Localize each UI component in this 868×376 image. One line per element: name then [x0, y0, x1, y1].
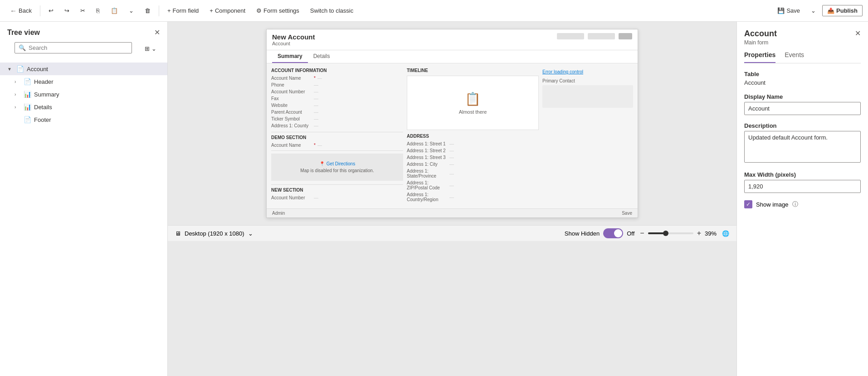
property-table-group: Table Account [744, 71, 861, 86]
back-button[interactable]: ← Back [5, 5, 36, 16]
error-loading-link[interactable]: Error loading control [542, 69, 583, 74]
field-parent-account: Parent Account — [271, 110, 403, 115]
demo-section-title: Demo Section [271, 135, 403, 140]
paste-button[interactable]: 📋 [106, 5, 122, 16]
right-panel-close-button[interactable]: ✕ [855, 29, 861, 38]
field-dash: — [317, 76, 403, 81]
globe-icon: 🌐 [722, 230, 729, 237]
publish-label: Publish [836, 7, 858, 14]
field-dash-9: — [317, 143, 403, 148]
zoom-plus-button[interactable]: + [697, 229, 701, 237]
filter-icon: ⊞ [145, 45, 150, 52]
dash-country: — [449, 195, 539, 200]
undo-button[interactable]: ↩ [44, 5, 58, 16]
switch-classic-button[interactable]: Switch to classic [306, 5, 358, 16]
copy-icon: ⎘ [96, 7, 100, 14]
redo-button[interactable]: ↪ [60, 5, 74, 16]
property-description-group: Description Updated default Account form… [744, 122, 861, 164]
sidebar-close-button[interactable]: ✕ [154, 28, 160, 37]
show-hidden-toggle-container: Show Hidden Off [565, 228, 634, 238]
divider-2 [159, 5, 159, 16]
form-preview: New Account Account Summary Details [266, 29, 638, 218]
primary-contact-label: Primary Contact [542, 78, 633, 83]
cut-button[interactable]: ✂ [76, 5, 90, 16]
save-icon: 💾 [777, 7, 785, 14]
field-website: Website — [271, 103, 403, 108]
field-state: Address 1: State/Province — [407, 169, 539, 178]
tab-events[interactable]: Events [785, 48, 804, 63]
field-label-new-account-number: Account Number [271, 195, 312, 200]
form-settings-button[interactable]: ⚙ Form settings [252, 5, 304, 16]
tree-view: ▼ 📄 Account › 📄 Header › 📊 Summary › 📊 D… [0, 61, 167, 376]
form-field-button[interactable]: + Form field [163, 5, 203, 16]
form-header-controls [557, 33, 632, 39]
tab-properties[interactable]: Properties [744, 48, 775, 63]
field-label-account-name: Account Name [271, 76, 312, 81]
show-image-row: ✓ Show image ⓘ [744, 200, 861, 208]
sidebar-item-footer[interactable]: › 📄 Footer [0, 113, 167, 126]
tab-details[interactable]: Details [308, 50, 336, 63]
sidebar-item-summary[interactable]: › 📊 Summary [0, 88, 167, 101]
canvas[interactable]: New Account Account Summary Details [168, 22, 736, 376]
tab-summary[interactable]: Summary [272, 50, 308, 63]
field-label-website: Website [271, 103, 312, 108]
filter-button[interactable]: ⊞ ⌄ [141, 44, 160, 53]
publish-button[interactable]: 📤 Publish [822, 5, 863, 16]
copy-button[interactable]: ⎘ [92, 5, 104, 16]
form-body: ACCOUNT INFORMATION Account Name * — Pho… [267, 63, 638, 208]
max-width-input[interactable] [744, 180, 861, 193]
search-input[interactable] [29, 44, 128, 51]
desktop-chevron-icon: ⌄ [248, 230, 253, 237]
chevron-right-icon-3: › [15, 105, 21, 110]
field-phone: Phone — [271, 82, 403, 87]
zoom-control: − + 39% [640, 229, 717, 237]
sidebar-item-account[interactable]: ▼ 📄 Account [0, 63, 167, 75]
get-directions-icon: 📍 [319, 161, 325, 166]
display-name-input[interactable] [744, 102, 861, 115]
summary-node-icon: 📊 [24, 91, 31, 98]
field-zip: Address 1: ZIP/Postal Code — [407, 180, 539, 190]
form-preview-title: New Account [272, 33, 315, 41]
delete-button[interactable]: 🗑 [140, 5, 155, 16]
dash-s1: — [449, 141, 539, 146]
sidebar-item-footer-label: Footer [34, 116, 51, 123]
zoom-minus-button[interactable]: − [640, 229, 644, 237]
component-button[interactable]: + Component [205, 5, 250, 16]
form-tabs: Summary Details [267, 50, 638, 63]
delete-icon: 🗑 [145, 7, 151, 14]
middle-col: Timeline 📋 Almost there ADDRESS Address … [407, 68, 539, 204]
header-node-icon: 📄 [24, 78, 31, 85]
field-label-parent: Parent Account [271, 110, 312, 115]
new-section: New Section Account Number — [271, 184, 403, 200]
save-dropdown-button[interactable]: ⌄ [806, 5, 820, 16]
redo-icon: ↪ [64, 7, 69, 14]
zoom-slider[interactable] [648, 232, 693, 234]
property-display-name-group: Display Name [744, 93, 861, 115]
paste-dropdown-button[interactable]: ⌄ [124, 5, 138, 16]
field-label-ticker: Ticker Symbol [271, 116, 312, 121]
dash-state: — [449, 171, 539, 176]
show-hidden-toggle[interactable] [603, 228, 623, 238]
table-label: Table [744, 71, 861, 77]
description-textarea[interactable]: Updated default Account form. [744, 131, 861, 163]
sidebar-item-header[interactable]: › 📄 Header [0, 75, 167, 88]
sidebar-header: Tree view ✕ [0, 22, 167, 40]
info-icon[interactable]: ⓘ [792, 200, 798, 208]
show-image-checkbox[interactable]: ✓ [744, 200, 752, 208]
field-label-country: Address 1: Country/Region [407, 192, 448, 202]
timeline-label: Almost there [459, 109, 487, 115]
save-button[interactable]: 💾 Save [773, 5, 805, 16]
get-directions-label[interactable]: Get Directions [327, 161, 355, 166]
form-settings-label: Form settings [263, 7, 299, 14]
description-label: Description [744, 122, 861, 129]
bottom-bar: 🖥 Desktop (1920 x 1080) ⌄ Show Hidden Of… [168, 225, 736, 241]
form-field-label: Form field [173, 7, 199, 14]
dash-s2: — [449, 148, 539, 153]
sidebar-item-summary-label: Summary [34, 91, 59, 98]
chevron-right-icon: › [15, 79, 21, 84]
right-panel: Account Main form ✕ Properties Events Ta… [736, 22, 868, 376]
sidebar-item-details[interactable]: › 📊 Details [0, 101, 167, 113]
sidebar: Tree view ✕ 🔍 ⊞ ⌄ ▼ 📄 Account › 📄 [0, 22, 168, 376]
timeline-icon: 📋 [465, 92, 481, 106]
sidebar-item-details-label: Details [34, 104, 52, 111]
